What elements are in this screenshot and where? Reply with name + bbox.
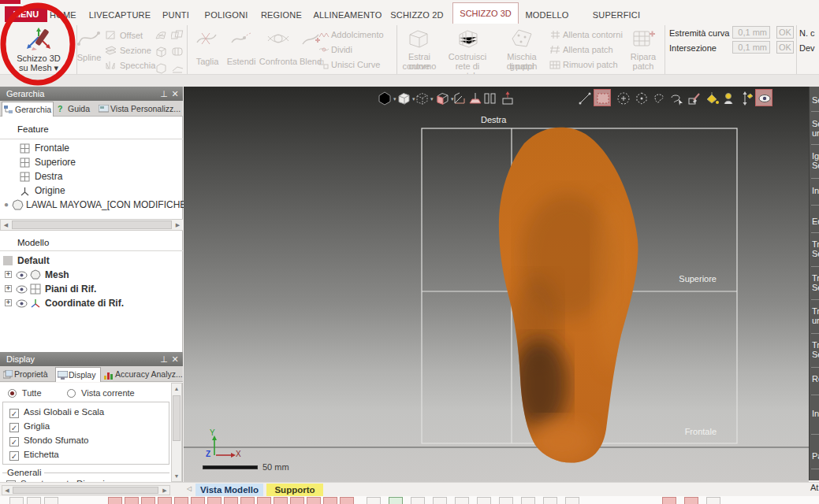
tab-guida[interactable]: ? Guida xyxy=(55,102,96,117)
menu-item[interactable]: Se xyxy=(812,95,819,105)
bottom-toolbar-icon[interactable] xyxy=(433,497,447,504)
offset-button[interactable]: Offset xyxy=(120,31,143,40)
tab-vista-personalizzata[interactable]: Vista Personalizz... xyxy=(98,102,183,117)
stretch-select-icon[interactable] xyxy=(739,91,754,106)
specchia-button[interactable]: Specchia xyxy=(120,61,155,70)
bottom-toolbar-icon[interactable] xyxy=(499,497,513,504)
circle-select-icon[interactable] xyxy=(616,91,631,106)
tree-item-default[interactable]: Default xyxy=(0,254,183,268)
estremita-ok-button[interactable]: OK xyxy=(776,26,794,39)
bottom-toolbar-icon[interactable] xyxy=(543,497,557,504)
bottom-toolbar-icon[interactable] xyxy=(477,497,491,504)
tree-item-origine[interactable]: Origine xyxy=(0,183,183,198)
rectangle-select-highlight[interactable] xyxy=(594,89,611,106)
checkbox-assi-globali[interactable]: ✓Assi Globali e Scala xyxy=(9,407,104,418)
tab-regione[interactable]: REGIONE xyxy=(257,8,306,22)
menu-item[interactable]: TraSe xyxy=(812,273,819,292)
flood-fill-select-icon[interactable] xyxy=(704,91,720,106)
menu-item[interactable]: Pa xyxy=(812,451,819,461)
bottom-toolbar-icon[interactable] xyxy=(27,497,41,504)
scroll-thumb[interactable] xyxy=(13,487,158,494)
close-icon[interactable]: ✕ xyxy=(170,352,180,366)
tree-item-mesh-lawal[interactable]: ● LAWAL MAYOWA_[CON MODIFICHE xyxy=(0,198,183,212)
bottom-toolbar-icon[interactable] xyxy=(125,497,139,504)
bottom-toolbar-icon[interactable] xyxy=(191,497,205,504)
pin-icon[interactable]: ⊥ xyxy=(159,352,169,366)
confronta-button[interactable]: Confronta xyxy=(259,57,298,66)
tab-supporto[interactable]: Supporto xyxy=(266,484,323,497)
bottom-toolbar-icon[interactable] xyxy=(290,497,304,504)
bottom-toolbar-icon[interactable] xyxy=(455,497,469,504)
tab-punti[interactable]: PUNTI xyxy=(156,8,195,22)
scroll-right-icon[interactable]: ▶ xyxy=(160,486,169,495)
gerarchia-h-scrollbar[interactable]: ◀ ▶ xyxy=(0,219,183,231)
show-hide-highlight[interactable] xyxy=(755,89,772,106)
allenta-contorni-button[interactable]: Allenta contorni xyxy=(563,30,623,39)
eye-icon[interactable] xyxy=(16,271,28,280)
bottom-toolbar-icon[interactable] xyxy=(224,497,238,504)
section-plane-1-icon[interactable] xyxy=(452,91,467,106)
display-hexagon-icon[interactable] xyxy=(377,91,393,106)
display-ghost-cube-icon[interactable] xyxy=(414,91,430,106)
tab-vista-modello[interactable]: Vista Modello xyxy=(195,484,263,497)
bottom-toolbar-icon[interactable] xyxy=(684,497,698,504)
ripara-patch-button[interactable]: Ripara xyxy=(625,52,661,61)
scroll-right-icon[interactable]: ▶ xyxy=(173,220,183,230)
bottom-toolbar-icon[interactable] xyxy=(44,497,58,504)
mesh-sketch-button[interactable]: Schizzo 3D su Mesh ▾ xyxy=(13,25,65,74)
tab-poligoni[interactable]: POLIGONI xyxy=(200,8,252,22)
addolcimento-button[interactable]: Addolcimento xyxy=(331,30,384,39)
tab-allineamento[interactable]: ALLINEAMENTO xyxy=(312,8,383,22)
bottom-toolbar-icon[interactable] xyxy=(240,497,255,504)
bottom-toolbar-icon[interactable] xyxy=(141,497,155,504)
scroll-thumb[interactable] xyxy=(173,395,181,441)
pin-icon[interactable]: ⊥ xyxy=(159,87,169,101)
menu-item[interactable]: Ro xyxy=(812,374,819,384)
unisci-curve-button[interactable]: Unisci Curve xyxy=(331,60,380,69)
dividi-button[interactable]: Dividi xyxy=(331,45,352,54)
eye-icon[interactable] xyxy=(16,299,28,308)
bottom-toolbar-icon[interactable] xyxy=(257,497,271,504)
tab-scroll-arrow-icon[interactable]: ◁ xyxy=(187,485,192,492)
estremita-curva-input[interactable]: 0,1 mm xyxy=(732,26,770,39)
tree-item-piani[interactable]: + Piani di Rif. xyxy=(0,282,183,296)
tree-item-mesh[interactable]: + Mesh xyxy=(0,268,183,282)
menu-item[interactable]: TraSe xyxy=(812,340,819,359)
bottom-toolbar-icon[interactable] xyxy=(521,497,535,504)
intersezione-input[interactable]: 0,1 mm xyxy=(732,41,770,54)
polygon-select-icon[interactable] xyxy=(634,91,650,106)
tree-item-destra[interactable]: Destra xyxy=(0,169,183,183)
menu-item[interactable]: In xyxy=(812,409,819,418)
menu-item[interactable]: Int xyxy=(812,186,819,195)
scroll-thumb[interactable] xyxy=(12,220,172,229)
tab-home[interactable]: HOME xyxy=(44,8,82,22)
tab-proprieta[interactable]: Proprietà xyxy=(2,367,54,382)
menu-item[interactable]: TraSe xyxy=(812,239,819,258)
allenta-patch-button[interactable]: Allenta patch xyxy=(563,45,613,54)
bottom-toolbar-icon[interactable] xyxy=(108,497,122,504)
scroll-down-icon[interactable]: ▼ xyxy=(172,472,181,481)
tab-schizzo-2d[interactable]: SCHIZZO 2D xyxy=(389,8,445,22)
tab-livecapture[interactable]: LIVECAPTURE xyxy=(88,8,151,22)
line-select-icon[interactable] xyxy=(577,91,593,106)
menu-item[interactable]: Seur xyxy=(812,119,819,138)
panel-h-scrollbar[interactable]: ◀ ▶ xyxy=(2,485,170,495)
tab-display[interactable]: Display xyxy=(55,367,101,382)
close-icon[interactable]: ✕ xyxy=(170,87,180,101)
scroll-left-icon[interactable]: ◀ xyxy=(1,220,11,230)
expand-icon[interactable]: + xyxy=(5,271,12,278)
tab-schizzo-3d[interactable]: SCHIZZO 3D xyxy=(452,2,519,24)
tab-superfici-esatte[interactable]: SUPERFICI ESATTE xyxy=(577,8,656,22)
checkbox-griglia[interactable]: ✓Griglia xyxy=(9,421,50,432)
menu-item[interactable]: Traur xyxy=(812,306,819,325)
menu-button[interactable]: MENU xyxy=(5,6,47,22)
spline-button[interactable]: Spline xyxy=(75,53,103,62)
tree-item-coordinate[interactable]: + Coordinate di Rif. xyxy=(0,296,183,310)
bottom-toolbar-icon[interactable] xyxy=(174,497,188,504)
rimuovi-patch-button[interactable]: Rimuovi patch xyxy=(563,60,618,69)
estendi-button[interactable]: Estendi xyxy=(224,57,259,66)
menu-item[interactable]: At xyxy=(810,483,818,492)
checkbox-etichetta[interactable]: ✓Etichetta xyxy=(9,450,59,461)
bottom-toolbar-icon[interactable] xyxy=(411,497,425,504)
bottom-toolbar-icon[interactable] xyxy=(389,497,403,504)
